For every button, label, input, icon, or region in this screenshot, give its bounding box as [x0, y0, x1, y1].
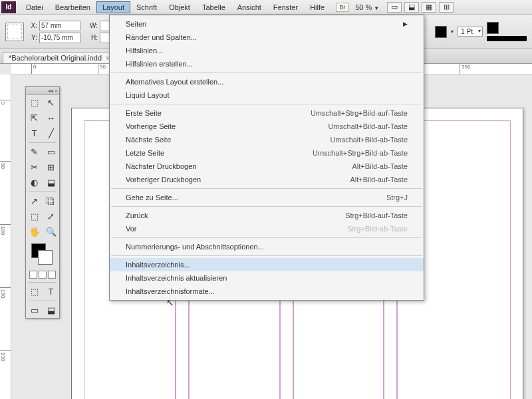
bridge-button[interactable]: Br	[336, 3, 348, 12]
chevron-down-icon[interactable]: ▾	[451, 29, 454, 35]
view-icon-4[interactable]: ⊞	[439, 2, 454, 13]
menu-bearbeiten[interactable]: Bearbeiten	[49, 1, 96, 13]
menu-item-nummerierungs-und-abschnittsoptionen[interactable]: Nummerierungs- und Abschnittsoptionen...	[110, 240, 424, 253]
tool-view-0[interactable]: ▭	[26, 303, 43, 318]
mode-1[interactable]	[29, 271, 37, 279]
menu-item-alternatives-layout-erstellen[interactable]: Alternatives Layout erstellen...	[110, 75, 424, 88]
view-icon-3[interactable]: ▦	[422, 2, 436, 13]
menu-tabelle[interactable]: Tabelle	[196, 1, 231, 13]
mode-3[interactable]	[48, 271, 56, 279]
menu-item-letzte-seite[interactable]: Letzte SeiteUmschalt+Strg+Bild-ab-Taste	[110, 146, 424, 160]
menu-shortcut: Umschalt+Strg+Bild-ab-Taste	[313, 149, 408, 157]
menu-layout[interactable]: Layout	[96, 1, 130, 13]
menu-item-label: Nummerierungs- und Abschnittsoptionen...	[126, 243, 264, 251]
background-swatch[interactable]	[38, 250, 53, 265]
menu-item-vorherige-seite[interactable]: Vorherige SeiteUmschalt+Bild-auf-Taste	[110, 120, 424, 133]
tool-9[interactable]: ⊞	[43, 160, 59, 175]
menu-item-seiten[interactable]: Seiten▶	[110, 17, 424, 31]
tool-14[interactable]: ⬚	[26, 209, 43, 224]
menu-fenster[interactable]: Fenster	[267, 1, 304, 13]
tool-view-1[interactable]: ⬓	[43, 303, 59, 318]
tool-12[interactable]: ↗	[26, 194, 43, 209]
reference-point[interactable]	[5, 23, 24, 41]
menu-item-inhaltsverzeichnis[interactable]: Inhaltsverzeichnis...	[110, 258, 424, 271]
view-mode-icons: ▭ ⬓ ▦ ⊞	[387, 2, 454, 13]
tool-1[interactable]: ↖	[43, 95, 59, 110]
ruler-tick: 100	[0, 224, 11, 235]
menu-item-zur-ck[interactable]: ZurückStrg+Bild-auf-Taste	[110, 209, 424, 222]
tool-16[interactable]: 🖐	[26, 224, 43, 239]
menu-item-inhaltsverzeichnis-aktualisieren: Inhaltsverzeichnis aktualisieren	[110, 271, 424, 285]
menu-item-n-chste-seite[interactable]: Nächste SeiteUmschalt+Bild-ab-Taste	[110, 133, 424, 146]
y-input[interactable]	[39, 33, 80, 43]
tool-5[interactable]: ╱	[43, 126, 59, 141]
toolbox-header[interactable]: ◂◂×	[26, 87, 59, 95]
ruler-tick: 150	[0, 287, 11, 298]
menu-shortcut: Alt+Bild-ab-Taste	[352, 162, 408, 170]
menu-item-gehe-zu-seite[interactable]: Gehe zu Seite...Strg+J	[110, 191, 424, 204]
stroke-swatch[interactable]	[487, 22, 499, 34]
x-input[interactable]	[39, 21, 80, 31]
menu-objekt[interactable]: Objekt	[163, 1, 196, 13]
menu-item-label: Nächste Seite	[126, 136, 171, 144]
menu-datei[interactable]: Datei	[20, 1, 49, 13]
h-label: H:	[90, 34, 98, 41]
color-swatches[interactable]	[29, 242, 57, 266]
ruler-tick: 0	[0, 100, 11, 104]
menu-shortcut: Alt+Bild-auf-Taste	[350, 176, 408, 184]
zoom-level[interactable]: 50 %▼	[355, 3, 379, 11]
menu-item-vor: VorStrg+Bild-ab-Taste	[110, 222, 424, 235]
view-icon-1[interactable]: ▭	[387, 2, 402, 13]
menu-item-hilfslinien-erstellen[interactable]: Hilfslinien erstellen...	[110, 57, 424, 70]
menu-shortcut: Strg+J	[386, 194, 408, 201]
ruler-tick: 50	[0, 161, 11, 169]
tool-2[interactable]: ⇱	[26, 110, 43, 126]
tool-10[interactable]: ◐	[26, 175, 43, 190]
tool-11[interactable]: ⬓	[43, 175, 59, 190]
tool-7[interactable]: ▭	[43, 144, 59, 160]
tool-screen-0[interactable]: ⬚	[26, 284, 43, 299]
stroke-style[interactable]	[487, 36, 527, 41]
ruler-tick: 50	[98, 64, 106, 74]
view-icon-2[interactable]: ⬓	[404, 2, 419, 13]
menu-divider	[111, 72, 422, 73]
menu-item-label: Vorheriger Druckbogen	[126, 176, 201, 184]
tool-4[interactable]: T	[26, 126, 43, 141]
menu-item-label: Seiten	[126, 20, 146, 28]
tool-screen-1[interactable]: T	[43, 284, 59, 299]
menu-item-inhaltsverzeichnisformate[interactable]: Inhaltsverzeichnisformate...	[110, 285, 424, 298]
document-tab[interactable]: *Bachelorarbeit Original.indd×	[3, 52, 116, 63]
mode-2[interactable]	[39, 271, 47, 279]
tool-13[interactable]: ⿻	[43, 194, 59, 209]
menu-schrift[interactable]: Schrift	[130, 1, 163, 13]
menu-item-label: Gehe zu Seite...	[126, 194, 178, 201]
fill-swatch[interactable]	[435, 26, 447, 38]
menu-hilfe[interactable]: Hilfe	[304, 1, 331, 13]
menu-item-label: Zurück	[126, 211, 148, 219]
menu-item-hilfslinien[interactable]: Hilfslinien...	[110, 44, 424, 57]
tool-6[interactable]: ✎	[26, 144, 43, 160]
menu-item-label: Vor	[126, 225, 137, 233]
ruler-tick: 350	[460, 64, 470, 74]
menu-item-r-nder-und-spalten[interactable]: Ränder und Spalten...	[110, 31, 424, 44]
tool-0[interactable]: ⬚	[26, 95, 43, 110]
menu-item-label: Liquid Layout	[126, 91, 169, 99]
menu-shortcut: Strg+Bild-ab-Taste	[347, 225, 408, 233]
menu-ansicht[interactable]: Ansicht	[231, 1, 267, 13]
menubar: Id DateiBearbeitenLayoutSchriftObjektTab…	[0, 0, 532, 15]
menu-divider	[111, 104, 422, 104]
menu-item-vorheriger-druckbogen[interactable]: Vorheriger DruckbogenAlt+Bild-auf-Taste	[110, 173, 424, 186]
tool-15[interactable]: ⤢	[43, 209, 59, 224]
tool-17[interactable]: 🔍	[43, 224, 59, 239]
menu-item-label: Hilfslinien erstellen...	[126, 60, 193, 68]
menu-item-n-chster-druckbogen[interactable]: Nächster DruckbogenAlt+Bild-ab-Taste	[110, 160, 424, 173]
stroke-weight[interactable]: 1 Pt	[458, 27, 483, 37]
menu-item-erste-seite[interactable]: Erste SeiteUmschalt+Strg+Bild-auf-Taste	[110, 106, 424, 120]
menu-item-liquid-layout[interactable]: Liquid Layout	[110, 88, 424, 102]
layout-menu-dropdown: Seiten▶Ränder und Spalten...Hilfslinien.…	[109, 15, 424, 301]
menu-item-label: Inhaltsverzeichnisformate...	[126, 287, 215, 295]
menu-divider	[111, 188, 422, 189]
tool-8[interactable]: ✂	[26, 160, 43, 175]
tool-3[interactable]: ↔	[43, 110, 59, 126]
vertical-ruler[interactable]: 050100150200	[0, 74, 11, 399]
